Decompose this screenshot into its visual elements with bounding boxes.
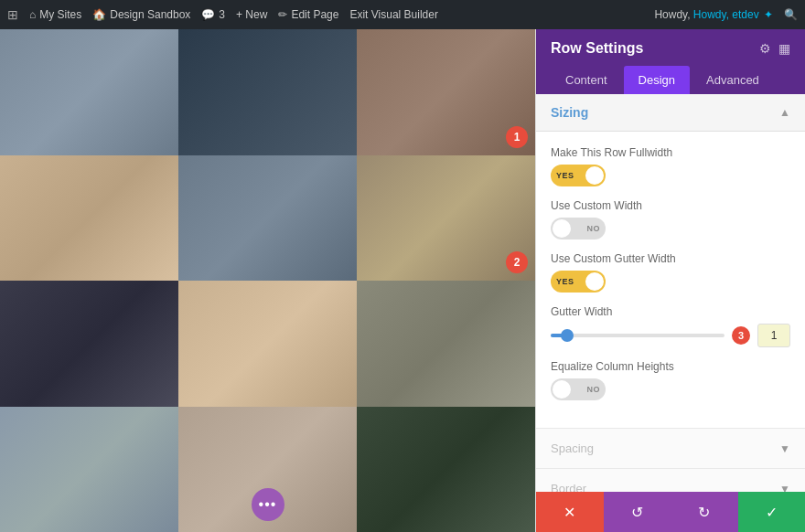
- photo-4: [0, 155, 178, 282]
- custom-width-toggle[interactable]: NO: [551, 218, 606, 239]
- undo-icon: ↺: [631, 504, 643, 521]
- badge-2: 2: [506, 251, 528, 273]
- tab-design[interactable]: Design: [624, 66, 690, 94]
- photo-10: [0, 407, 178, 533]
- equalize-knob: [553, 380, 571, 399]
- main-area: 1 2 ••• Row Settings ⚙ ▦: [0, 29, 805, 532]
- custom-width-label: Use Custom Width: [551, 199, 790, 212]
- settings-panel: Row Settings ⚙ ▦ Content Design Advanced: [535, 29, 805, 532]
- sizing-chevron-icon: ▲: [779, 106, 790, 119]
- equalize-toggle-wrap: NO: [551, 378, 790, 400]
- photo-2: [178, 29, 357, 155]
- search-button[interactable]: 🔍: [784, 8, 798, 21]
- photo-8: [178, 281, 357, 407]
- sizing-section-header[interactable]: Sizing ▲: [536, 94, 805, 132]
- panel-icons: ⚙ ▦: [759, 41, 790, 56]
- photo-9: [357, 281, 535, 407]
- spacing-chevron-icon: ▼: [779, 442, 790, 455]
- search-icon: 🔍: [784, 8, 798, 21]
- custom-width-toggle-wrap: NO: [551, 218, 790, 239]
- site-name[interactable]: 🏠 Design Sandbox: [92, 8, 190, 21]
- edit-icon: ✏: [278, 8, 287, 21]
- settings-icon[interactable]: ⚙: [759, 41, 771, 56]
- admin-bar: ⊞ ⌂ My Sites 🏠 Design Sandbox 💬 3 + New …: [0, 0, 805, 29]
- cancel-button[interactable]: ✕: [536, 492, 604, 532]
- gutter-value[interactable]: 1: [757, 324, 790, 347]
- redo-button[interactable]: ↻: [671, 492, 738, 532]
- sizing-content: Make This Row Fullwidth YES Use Custom W…: [536, 132, 805, 428]
- spacing-section[interactable]: Spacing ▼: [536, 428, 805, 468]
- panel-title: Row Settings: [551, 40, 643, 57]
- save-icon: ✓: [766, 504, 778, 521]
- gutter-width-field: Gutter Width 3 1: [551, 305, 790, 347]
- wp-icon: ⊞: [7, 7, 18, 22]
- undo-button[interactable]: ↺: [604, 492, 671, 532]
- tab-content[interactable]: Content: [551, 66, 622, 94]
- badge-1: 1: [506, 126, 528, 148]
- slider-track[interactable]: [551, 334, 724, 337]
- fullwidth-field: Make This Row Fullwidth YES: [551, 146, 790, 186]
- new-link[interactable]: + New: [236, 8, 267, 21]
- more-options-button[interactable]: •••: [252, 488, 284, 521]
- wp-logo[interactable]: ⊞: [7, 7, 18, 22]
- equalize-field: Equalize Column Heights NO: [551, 360, 790, 400]
- photo-6: 2: [357, 155, 535, 282]
- custom-gutter-toggle-wrap: YES: [551, 271, 790, 293]
- custom-gutter-knob: [585, 272, 604, 291]
- photo-grid: 1 2 •••: [0, 29, 535, 532]
- photo-11: •••: [178, 407, 357, 533]
- custom-width-field: Use Custom Width NO: [551, 199, 790, 239]
- my-sites-link[interactable]: ⌂ My Sites: [29, 8, 81, 21]
- fullwidth-label: Make This Row Fullwidth: [551, 146, 790, 159]
- edit-page-link[interactable]: ✏ Edit Page: [278, 8, 338, 21]
- fullwidth-toggle-wrap: YES: [551, 165, 790, 186]
- equalize-label: Equalize Column Heights: [551, 360, 790, 373]
- sizing-section: Sizing ▲ Make This Row Fullwidth YES: [536, 94, 805, 428]
- fullwidth-toggle-label: YES: [556, 171, 574, 180]
- photo-3: 1: [357, 29, 535, 155]
- custom-gutter-toggle-label: YES: [556, 277, 574, 286]
- panel-tabs: Content Design Advanced: [551, 66, 790, 94]
- custom-width-knob: [553, 219, 571, 238]
- custom-width-toggle-label: NO: [587, 224, 601, 233]
- comments-link[interactable]: 💬 3: [201, 8, 225, 21]
- custom-gutter-label: Use Custom Gutter Width: [551, 252, 790, 265]
- custom-gutter-field: Use Custom Gutter Width YES: [551, 252, 790, 293]
- border-title: Border: [551, 482, 586, 492]
- panel-footer: ✕ ↺ ↻ ✓: [536, 492, 805, 532]
- panel-header: Row Settings ⚙ ▦ Content Design Advanced: [536, 29, 805, 94]
- photo-5: [178, 155, 357, 282]
- save-button[interactable]: ✓: [738, 492, 806, 532]
- photo-7: [0, 281, 178, 407]
- custom-gutter-toggle[interactable]: YES: [551, 271, 606, 293]
- equalize-toggle-label: NO: [587, 385, 601, 394]
- exit-visual-builder-link[interactable]: Exit Visual Builder: [349, 8, 438, 21]
- fullwidth-knob: [585, 166, 604, 185]
- layout-icon[interactable]: ▦: [778, 41, 790, 56]
- tab-advanced[interactable]: Advanced: [692, 66, 774, 94]
- photo-12: [357, 407, 535, 533]
- equalize-toggle[interactable]: NO: [551, 378, 606, 400]
- spacing-title: Spacing: [551, 442, 594, 455]
- cancel-icon: ✕: [564, 504, 575, 521]
- gutter-width-slider-wrap: 3 1: [551, 324, 790, 347]
- redo-icon: ↻: [698, 504, 710, 521]
- sizing-title: Sizing: [551, 105, 588, 120]
- gutter-badge: 3: [732, 326, 750, 345]
- user-highlight: ✦: [764, 8, 773, 21]
- border-chevron-icon: ▼: [779, 483, 790, 493]
- gutter-width-label: Gutter Width: [551, 305, 790, 318]
- slider-thumb[interactable]: [561, 329, 574, 342]
- dots-icon: •••: [259, 496, 277, 513]
- home-icon: ⌂: [29, 8, 36, 21]
- howdy-text: Howdy, Howdy, etdev ✦: [654, 8, 773, 21]
- photo-1: [0, 29, 178, 155]
- fullwidth-toggle[interactable]: YES: [551, 165, 606, 186]
- panel-body: Sizing ▲ Make This Row Fullwidth YES: [536, 94, 805, 492]
- border-section[interactable]: Border ▼: [536, 468, 805, 492]
- comment-icon: 💬: [201, 8, 215, 21]
- site-icon: 🏠: [92, 8, 106, 21]
